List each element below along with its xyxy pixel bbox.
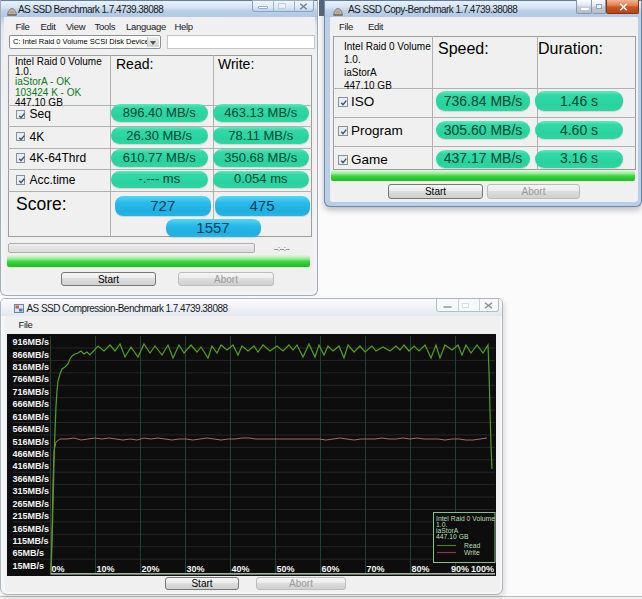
svg-text:Write: Write bbox=[464, 549, 480, 556]
svg-text:80%: 80% bbox=[412, 564, 430, 574]
svg-text:100%: 100% bbox=[471, 564, 494, 574]
svg-text:916MB/s: 916MB/s bbox=[13, 337, 50, 347]
svg-text:416MB/s: 416MB/s bbox=[13, 461, 50, 471]
svg-text:265MB/s: 265MB/s bbox=[13, 499, 50, 509]
svg-text:716MB/s: 716MB/s bbox=[13, 387, 50, 397]
svg-text:30%: 30% bbox=[187, 564, 205, 574]
svg-text:516MB/s: 516MB/s bbox=[13, 437, 50, 447]
svg-text:766MB/s: 766MB/s bbox=[13, 374, 50, 384]
svg-text:20%: 20% bbox=[142, 564, 160, 574]
svg-text:866MB/s: 866MB/s bbox=[13, 350, 50, 360]
svg-text:70%: 70% bbox=[367, 564, 385, 574]
svg-text:50%: 50% bbox=[277, 564, 295, 574]
svg-text:115MB/s: 115MB/s bbox=[13, 536, 49, 546]
svg-text:666MB/s: 666MB/s bbox=[13, 399, 50, 409]
svg-text:0%: 0% bbox=[52, 564, 65, 574]
svg-text:315MB/s: 315MB/s bbox=[13, 486, 50, 496]
svg-text:466MB/s: 466MB/s bbox=[13, 449, 50, 459]
svg-text:616MB/s: 616MB/s bbox=[13, 412, 50, 422]
svg-text:366MB/s: 366MB/s bbox=[13, 474, 50, 484]
svg-text:60%: 60% bbox=[322, 564, 340, 574]
svg-text:566MB/s: 566MB/s bbox=[13, 424, 50, 434]
svg-text:816MB/s: 816MB/s bbox=[13, 362, 50, 372]
svg-text:447.10 GB: 447.10 GB bbox=[436, 533, 469, 540]
svg-text:65MB/s: 65MB/s bbox=[13, 548, 45, 558]
svg-text:15MB/s: 15MB/s bbox=[13, 561, 45, 571]
svg-text:165MB/s: 165MB/s bbox=[13, 524, 50, 534]
svg-text:10%: 10% bbox=[97, 564, 115, 574]
svg-text:Read: Read bbox=[464, 542, 480, 549]
svg-text:215MB/s: 215MB/s bbox=[13, 511, 50, 521]
svg-text:40%: 40% bbox=[232, 564, 250, 574]
svg-text:90%: 90% bbox=[451, 564, 469, 574]
